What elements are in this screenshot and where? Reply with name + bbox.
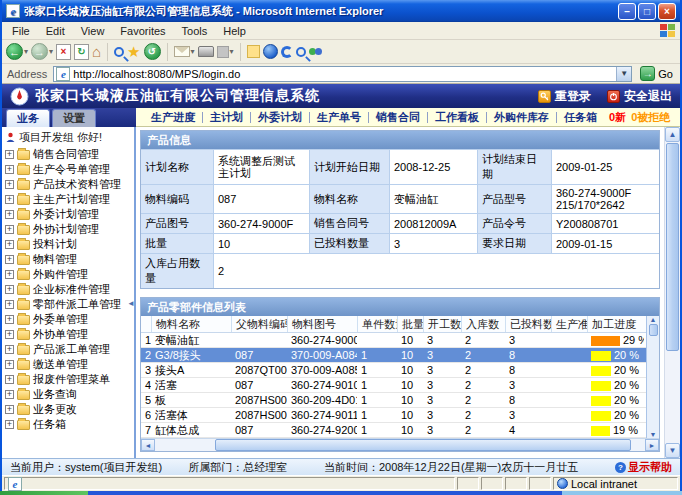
- scroll-down-icon[interactable]: ▼: [665, 443, 680, 458]
- page-scroll-thumb[interactable]: [666, 143, 679, 351]
- column-header[interactable]: 已投料数: [505, 316, 551, 332]
- expand-icon[interactable]: +: [5, 375, 14, 384]
- parts-row[interactable]: 3接头A2087QT002370-009-A085011032820 %: [141, 363, 646, 378]
- web-button[interactable]: [263, 44, 278, 59]
- column-header[interactable]: 单件数量: [357, 316, 397, 332]
- menu-edit[interactable]: Edit: [38, 24, 73, 38]
- nav-item[interactable]: 外购件库存: [487, 110, 556, 125]
- messenger-button[interactable]: [309, 46, 323, 58]
- column-header[interactable]: 父物料编码: [231, 316, 287, 332]
- tree-item[interactable]: +销售合同管理: [2, 147, 134, 162]
- expand-icon[interactable]: +: [5, 345, 14, 354]
- menu-tools[interactable]: Tools: [174, 24, 216, 38]
- tree-item[interactable]: +生产令号单管理: [2, 162, 134, 177]
- windows-taskbar[interactable]: [0, 491, 682, 495]
- parts-row[interactable]: 5板2087HS002360-209-4D01011032820 %: [141, 393, 646, 408]
- parts-row[interactable]: 2G3/8接头087370-009-A084011032820 %: [141, 348, 646, 363]
- forward-button[interactable]: →▾: [31, 43, 53, 60]
- parts-hscrollbar[interactable]: ◄ ►: [141, 438, 659, 451]
- column-header[interactable]: 生产准备: [551, 316, 587, 332]
- tree-item[interactable]: +外协单管理: [2, 327, 134, 342]
- scroll-down-icon[interactable]: ▼: [650, 431, 657, 438]
- column-header[interactable]: 加工进度: [587, 316, 644, 332]
- splitter-collapse-icon[interactable]: ◄: [127, 299, 135, 308]
- minimize-button[interactable]: –: [618, 3, 636, 20]
- back-button[interactable]: ←▾: [6, 43, 28, 60]
- nav-item[interactable]: 外委计划: [251, 110, 309, 125]
- tree-item[interactable]: +投料计划: [2, 237, 134, 252]
- expand-icon[interactable]: +: [5, 195, 14, 204]
- hscroll-thumb[interactable]: [215, 439, 631, 451]
- expand-icon[interactable]: +: [5, 180, 14, 189]
- nav-item[interactable]: 主计划: [203, 110, 250, 125]
- address-input[interactable]: e http://localhost:8080/MPS/login.do ▼: [53, 66, 632, 82]
- nav-item[interactable]: 生产单号: [310, 110, 368, 125]
- parts-row[interactable]: 4活塞087360-274-9010F11032320 %: [141, 378, 646, 393]
- expand-icon[interactable]: +: [5, 390, 14, 399]
- tree-item[interactable]: +外委单管理: [2, 312, 134, 327]
- menu-favorites[interactable]: Favorites: [112, 24, 173, 38]
- column-header[interactable]: 批量: [397, 316, 423, 332]
- menu-view[interactable]: View: [73, 24, 113, 38]
- show-help-link[interactable]: ? 显示帮助: [615, 460, 672, 475]
- maximize-button[interactable]: □: [638, 3, 656, 20]
- nav-item[interactable]: 生产进度: [144, 110, 202, 125]
- go-button[interactable]: → Go: [636, 66, 677, 81]
- expand-icon[interactable]: +: [5, 270, 14, 279]
- parts-vscrollbar[interactable]: ▲ ▼: [646, 316, 659, 438]
- expand-icon[interactable]: +: [5, 315, 14, 324]
- expand-icon[interactable]: +: [5, 225, 14, 234]
- nav-item[interactable]: 工作看板: [428, 110, 486, 125]
- scroll-right-icon[interactable]: ►: [645, 439, 659, 451]
- refresh-button[interactable]: ↻: [74, 44, 89, 60]
- links-button[interactable]: [281, 46, 293, 58]
- tree-item[interactable]: +主生产计划管理: [2, 192, 134, 207]
- notes-button[interactable]: [247, 45, 260, 58]
- scroll-thumb[interactable]: [649, 324, 658, 336]
- column-header[interactable]: 入库数: [461, 316, 505, 332]
- module-tab[interactable]: 设置: [52, 109, 96, 127]
- expand-icon[interactable]: +: [5, 165, 14, 174]
- tree-item[interactable]: +企业标准件管理: [2, 282, 134, 297]
- expand-icon[interactable]: +: [5, 420, 14, 429]
- expand-icon[interactable]: +: [5, 360, 14, 369]
- tree-item[interactable]: +业务更改: [2, 402, 134, 417]
- nav-item[interactable]: 销售合同: [369, 110, 427, 125]
- search-button[interactable]: [114, 47, 124, 57]
- tree-item[interactable]: +产品派工单管理: [2, 342, 134, 357]
- tree-item[interactable]: +产品技术资料管理: [2, 177, 134, 192]
- tree-item[interactable]: +物料管理: [2, 252, 134, 267]
- column-header[interactable]: 开工数: [423, 316, 461, 332]
- expand-icon[interactable]: +: [5, 255, 14, 264]
- column-header[interactable]: 物料名称: [151, 316, 231, 332]
- expand-icon[interactable]: +: [5, 210, 14, 219]
- parts-row[interactable]: 1变幅油缸360-274-9000F1032329 %: [141, 333, 646, 348]
- start-button[interactable]: [0, 491, 88, 495]
- nav-item[interactable]: 任务箱: [557, 110, 604, 125]
- module-tab[interactable]: 业务: [6, 109, 50, 127]
- edit-button[interactable]: ▾: [217, 46, 234, 58]
- tree-item[interactable]: +任务箱: [2, 417, 134, 432]
- favorites-button[interactable]: ★: [127, 43, 140, 61]
- relogin-button[interactable]: 重登录: [538, 88, 591, 105]
- parts-row[interactable]: 6活塞体2087HS002360-274-9011W11032320 %: [141, 408, 646, 423]
- tree-item[interactable]: +零部件派工单管理: [2, 297, 134, 312]
- address-dropdown[interactable]: ▼: [616, 67, 631, 81]
- history-button[interactable]: ↺: [144, 43, 161, 60]
- tree-item[interactable]: +缴送单管理: [2, 357, 134, 372]
- expand-icon[interactable]: +: [5, 300, 14, 309]
- expand-icon[interactable]: +: [5, 405, 14, 414]
- expand-icon[interactable]: +: [5, 330, 14, 339]
- expand-icon[interactable]: +: [5, 150, 14, 159]
- tree-item[interactable]: +外协计划管理: [2, 222, 134, 237]
- parts-row[interactable]: 7缸体总成087360-274-9200F11032419 %: [141, 423, 646, 438]
- tree-item[interactable]: +业务查询: [2, 387, 134, 402]
- column-header[interactable]: 物料图号: [287, 316, 357, 332]
- scroll-up-icon[interactable]: ▲: [665, 127, 680, 142]
- menu-file[interactable]: File: [4, 24, 38, 38]
- tree-item[interactable]: +报废件管理菜单: [2, 372, 134, 387]
- expand-icon[interactable]: +: [5, 285, 14, 294]
- logout-button[interactable]: 安全退出: [607, 88, 672, 105]
- print-button[interactable]: [198, 46, 214, 57]
- menu-help[interactable]: Help: [215, 24, 254, 38]
